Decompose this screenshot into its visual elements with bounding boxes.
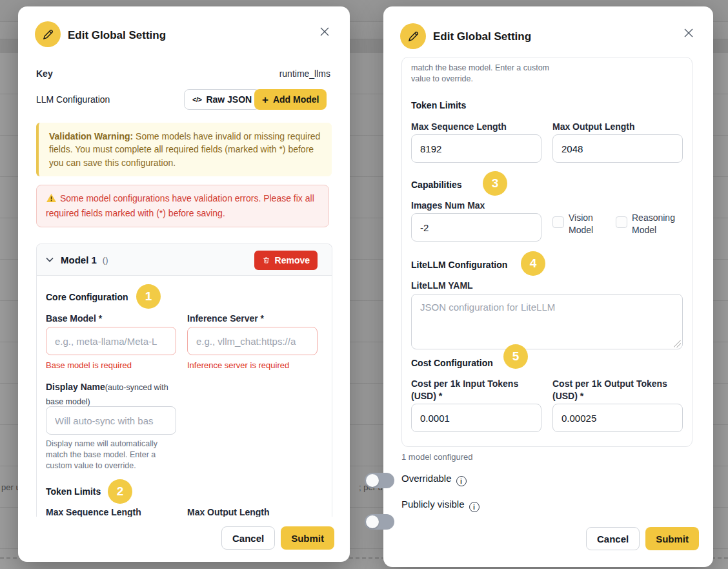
cost-configuration-heading: Cost Configuration — [411, 358, 493, 368]
images-num-max-input[interactable] — [411, 213, 541, 242]
cost-input-tokens-label: Cost per 1k Input Tokens (USD) * — [411, 378, 540, 402]
inference-server-label: Inference Server * — [187, 313, 264, 324]
submit-button[interactable]: Submit — [281, 526, 334, 550]
max-output-length-label: Max Output Length — [552, 121, 635, 132]
base-model-error: Base model is required — [46, 360, 132, 370]
cost-output-tokens-label: Cost per 1k Output Tokens (USD) * — [552, 378, 682, 402]
display-name-help: Display name will automatically match th… — [46, 439, 178, 471]
vision-model-checkbox[interactable] — [552, 216, 564, 228]
close-icon — [320, 28, 329, 38]
step-badge-1: 1 — [136, 284, 161, 309]
inference-server-input[interactable] — [187, 327, 318, 355]
inference-server-error: Inference server is required — [187, 360, 289, 370]
add-model-label: Add Model — [273, 94, 319, 105]
pencil-icon — [400, 23, 426, 49]
model-count-text: 1 model configured — [401, 452, 473, 462]
dialog-footer: Cancel Submit — [221, 526, 334, 550]
submit-button[interactable]: Submit — [645, 527, 699, 550]
token-limits-heading: Token Limits — [46, 486, 101, 497]
max-sequence-length-label: Max Sequence Length — [411, 121, 507, 132]
raw-json-label: Raw JSON — [206, 94, 252, 105]
error-text: Some model configurations have validatio… — [46, 193, 314, 218]
display-name-label: Display Name(auto-synced with base model… — [46, 380, 178, 408]
warning-triangle-icon — [46, 194, 57, 205]
reasoning-model-label: Reasoning Model — [632, 212, 691, 236]
cost-output-tokens-input[interactable] — [552, 404, 683, 432]
max-output-length-label: Max Output Length — [187, 507, 270, 517]
max-sequence-length-input[interactable] — [411, 134, 541, 163]
remove-label: Remove — [275, 255, 310, 265]
llm-configuration-label: LLM Configuration — [36, 94, 110, 105]
dialog-title: Edit Global Setting — [68, 29, 166, 42]
validation-warning-banner: Validation Warning: Some models have inv… — [36, 123, 332, 176]
base-model-input[interactable] — [46, 327, 176, 355]
chevron-down-icon[interactable] — [46, 257, 54, 262]
litellm-yaml-label: LiteLLM YAML — [411, 280, 473, 291]
publicly-visible-toggle[interactable] — [365, 514, 394, 530]
toggle-knob — [366, 474, 379, 487]
key-value: runtime_llms — [279, 68, 330, 79]
display-name-help-partial: match the base model. Enter a custom val… — [411, 63, 565, 85]
litellm-configuration-heading: LiteLLM Configuration — [411, 260, 507, 270]
add-model-button[interactable]: + Add Model — [254, 89, 327, 110]
display-name-label-bold: Display Name — [46, 382, 105, 392]
step-badge-5: 5 — [503, 344, 528, 369]
model-1-card: Model 1 () Remove Core Configuration 1 B… — [36, 243, 332, 517]
step-badge-2: 2 — [108, 479, 132, 504]
core-configuration-heading: Core Configuration — [46, 292, 128, 302]
reasoning-model-checkbox[interactable] — [616, 216, 627, 228]
model-1-card-scrolled: match the base model. Enter a custom val… — [401, 57, 693, 447]
dialog-title: Edit Global Setting — [433, 30, 531, 43]
token-limits-heading: Token Limits — [411, 100, 466, 110]
validation-error-banner: Some model configurations have validatio… — [36, 185, 329, 227]
publicly-visible-label: Publicly visible — [401, 499, 465, 510]
plus-icon: + — [262, 94, 268, 105]
litellm-yaml-textarea[interactable] — [411, 294, 683, 349]
key-label: Key — [36, 68, 53, 79]
overridable-toggle[interactable] — [365, 473, 394, 488]
model-title: Model 1 — [61, 254, 97, 265]
publicly-visible-row: Publicly visible — [401, 499, 480, 512]
resize-handle[interactable] — [674, 340, 681, 347]
close-icon — [684, 30, 693, 39]
edit-global-setting-dialog-left: Edit Global Setting Key runtime_llms LLM… — [18, 6, 350, 562]
step-badge-3: 3 — [483, 171, 507, 196]
base-model-label: Base Model * — [46, 313, 102, 324]
pencil-icon — [35, 21, 61, 47]
cancel-button[interactable]: Cancel — [586, 527, 640, 550]
close-button[interactable] — [318, 25, 332, 39]
max-output-length-input[interactable] — [552, 134, 683, 163]
edit-global-setting-dialog-right: Edit Global Setting match the base model… — [383, 6, 713, 567]
code-icon: </> — [192, 96, 201, 103]
warning-bold-text: Validation Warning: — [49, 131, 133, 141]
cost-input-tokens-input[interactable] — [411, 404, 541, 432]
cancel-button[interactable]: Cancel — [221, 526, 275, 550]
overridable-row: Overridable — [401, 473, 467, 486]
images-num-max-label: Images Num Max — [411, 200, 485, 211]
raw-json-button[interactable]: </> Raw JSON — [184, 89, 260, 110]
close-button[interactable] — [682, 26, 696, 40]
model-paren: () — [103, 255, 108, 265]
step-badge-4: 4 — [521, 251, 545, 276]
trash-icon — [262, 256, 270, 265]
overridable-label: Overridable — [401, 473, 452, 484]
info-icon[interactable] — [469, 502, 480, 512]
info-icon[interactable] — [456, 476, 467, 486]
toggle-knob — [366, 515, 379, 528]
remove-model-button[interactable]: Remove — [254, 251, 318, 270]
dialog-footer: Cancel Submit — [586, 527, 699, 550]
display-name-input[interactable] — [46, 406, 176, 435]
vision-model-label: Vision Model — [569, 212, 609, 236]
max-sequence-length-label: Max Sequence Length — [46, 507, 141, 517]
capabilities-heading: Capabilities — [411, 180, 462, 190]
